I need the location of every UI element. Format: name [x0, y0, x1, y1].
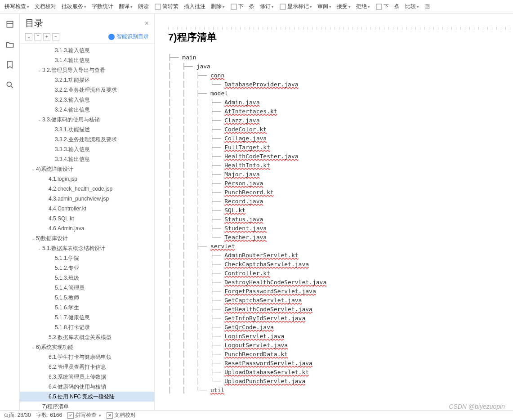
outline-item[interactable]: 6.2.管理员查看打卡信息 — [20, 362, 154, 372]
toolbar-接受[interactable]: 接受▾ — [334, 0, 353, 13]
svg-point-6 — [7, 82, 11, 86]
outline-toolbar: ⌄ ⌃ + − — [25, 33, 59, 40]
outline-item[interactable]: 3.2.3.输入信息 — [20, 95, 154, 105]
collapse-btn[interactable]: ⌄ — [25, 33, 32, 40]
ruler — [168, 27, 513, 30]
outline-item[interactable]: 4.1.login.jsp — [20, 174, 154, 184]
outline-item[interactable]: 5.1.6.学生 — [20, 303, 154, 313]
toolbar-显示标记[interactable]: 显示标记▾ — [277, 0, 315, 13]
toolbar-下一条[interactable]: 下一条 — [228, 0, 257, 13]
outline-item[interactable]: 3.3.4.输出信息 — [20, 154, 154, 164]
toolbar-审阅[interactable]: 审阅▾ — [315, 0, 334, 13]
outline-item[interactable]: ⌄5)数据库设计 — [20, 233, 154, 243]
svg-rect-1 — [231, 4, 236, 9]
chevron-icon: ⌄ — [37, 246, 42, 250]
review-toolbar: 拼写检查▾文档校对批改服务▾字数统计翻译▾朗读简转繁插入批注删除▾下一条修订▾显… — [0, 0, 513, 13]
outline-list[interactable]: 3.1.3.输入信息3.1.4.输出信息⌄3.2.管理员导入导出与查看3.2.1… — [20, 44, 154, 410]
watermark: CSDN @biyezuopin — [449, 403, 505, 410]
remove-btn[interactable]: − — [52, 33, 59, 40]
folder-icon[interactable] — [5, 40, 14, 50]
outline-item[interactable]: ⌄3.3.健康码的使用与核销 — [20, 115, 154, 125]
next-change-icon — [375, 3, 383, 10]
outline-item[interactable]: 6.1.学生打卡与健康码申领 — [20, 352, 154, 362]
chevron-icon: ⌄ — [37, 68, 42, 72]
svg-rect-0 — [155, 4, 161, 9]
next-comment-icon — [230, 3, 237, 10]
outline-item[interactable]: 4.5.SQL.kt — [20, 214, 154, 223]
outline-item[interactable]: 4.4.Controller.kt — [20, 204, 154, 214]
word-count[interactable]: 字数: 6166 — [36, 411, 62, 419]
doc-heading: 7)程序清单 — [168, 31, 513, 44]
expand-btn[interactable]: ⌃ — [34, 33, 41, 40]
toolbar-下一条[interactable]: 下一条 — [373, 0, 402, 13]
dropdown-icon: ▾ — [223, 4, 225, 9]
outline-item[interactable]: 6.3.系统管理员上传数据 — [20, 372, 154, 382]
toolbar-拼写检查[interactable]: 拼写检查▾ — [2, 0, 32, 13]
dropdown-icon: ▾ — [272, 4, 274, 9]
add-btn[interactable]: + — [43, 33, 50, 40]
outline-item[interactable]: 5.2.数据库表概念关系模型 — [20, 332, 154, 342]
toolbar-翻译[interactable]: 翻译▾ — [116, 0, 135, 13]
outline-item[interactable]: 3.1.3.输入信息 — [20, 45, 154, 55]
outline-panel: 目录 × ⌄ ⌃ + − 智能识别目录 3.1.3.输入信息3.1.4.输出信息… — [20, 13, 155, 410]
svg-line-7 — [11, 86, 13, 88]
outline-item[interactable]: ⌄6)系统实现功能 — [20, 342, 154, 352]
document-view[interactable]: 7)程序清单 ├── main│ ├── java│ │ ├── conn│ │… — [155, 13, 513, 410]
toolbar-字数统计[interactable]: 字数统计 — [89, 0, 116, 13]
outline-item[interactable]: 3.3.3.输入信息 — [20, 144, 154, 154]
outline-item[interactable]: 5.1.3.班级 — [20, 273, 154, 283]
outline-item[interactable]: ⌄4)系统详细设计 — [20, 164, 154, 174]
proofread-status[interactable]: ✕文档校对 — [107, 411, 136, 419]
page-indicator[interactable]: 页面: 28/30 — [4, 411, 31, 419]
dropdown-icon: ▾ — [84, 4, 86, 9]
outline-item[interactable]: 6.5.使用 NFC 完成一碰登陆 — [20, 392, 154, 402]
left-sidebar — [0, 13, 20, 410]
bookmark-icon[interactable] — [5, 60, 14, 71]
outline-item[interactable]: 3.1.4.输出信息 — [20, 55, 154, 65]
outline-item[interactable]: 5.1.7.健康信息 — [20, 313, 154, 322]
chevron-icon: ⌄ — [37, 117, 42, 122]
toolbar-画[interactable]: 画 — [422, 0, 433, 13]
outline-item[interactable]: 6.4.健康码的使用与核销 — [20, 382, 154, 392]
outline-item[interactable]: 3.3.1.功能描述 — [20, 125, 154, 134]
svg-rect-2 — [280, 4, 285, 9]
outline-title: 目录 — [25, 17, 43, 29]
toolbar-删除[interactable]: 删除▾ — [208, 0, 228, 13]
outline-item[interactable]: 4.2.check_health_code.jsp — [20, 184, 154, 194]
outline-item[interactable]: 4.6.Admin.java — [20, 223, 154, 233]
toolbar-朗读[interactable]: 朗读 — [135, 0, 152, 13]
toolbar-简转繁[interactable]: 简转繁 — [152, 0, 181, 13]
dropdown-icon: ▾ — [417, 4, 419, 9]
toolbar-文档校对[interactable]: 文档校对 — [32, 0, 59, 13]
dropdown-icon: ▾ — [348, 4, 351, 9]
outline-item[interactable]: 5.1.2.专业 — [20, 263, 154, 273]
outline-icon[interactable] — [5, 20, 14, 30]
code-tree: ├── main│ ├── java│ │ ├── conn│ │ │ └── … — [168, 53, 513, 395]
outline-item[interactable]: 3.3.2.业务处理流程及要求 — [20, 134, 154, 144]
spellcheck-status[interactable]: ✓拼写检查 ▾ — [67, 411, 101, 419]
outline-item[interactable]: 5.1.4.管理员 — [20, 283, 154, 293]
toolbar-比较[interactable]: 比较▾ — [402, 0, 422, 13]
outline-item[interactable]: ⌄3.2.管理员导入导出与查看 — [20, 65, 154, 75]
toolbar-修订[interactable]: 修订▾ — [257, 0, 277, 13]
outline-item[interactable]: 3.2.4.输出信息 — [20, 105, 154, 115]
toolbar-拒绝[interactable]: 拒绝▾ — [353, 0, 373, 13]
outline-item[interactable]: 7)程序清单 — [20, 402, 154, 410]
outline-item[interactable]: 5.1.5.教师 — [20, 293, 154, 303]
toolbar-插入批注[interactable]: 插入批注 — [181, 0, 208, 13]
smart-outline-link[interactable]: 智能识别目录 — [108, 33, 149, 40]
dropdown-icon: ▾ — [368, 4, 370, 9]
search-icon[interactable] — [5, 80, 14, 91]
outline-item[interactable]: 5.1.8.打卡记录 — [20, 322, 154, 332]
outline-item[interactable]: 3.2.2.业务处理流程及要求 — [20, 85, 154, 95]
outline-item[interactable]: ⌄5.1.数据库表概念结构设计 — [20, 243, 154, 253]
convert-icon — [154, 3, 161, 10]
outline-item[interactable]: 3.2.1.功能描述 — [20, 75, 154, 85]
chevron-icon: ⌄ — [31, 345, 36, 349]
close-icon[interactable]: × — [145, 19, 149, 27]
toolbar-批改服务[interactable]: 批改服务▾ — [59, 0, 89, 13]
outline-item[interactable]: 4.3.admin_punchview.jsp — [20, 194, 154, 204]
dropdown-icon: ▾ — [130, 4, 133, 9]
svg-rect-4 — [7, 21, 13, 27]
outline-item[interactable]: 5.1.1.学院 — [20, 253, 154, 263]
